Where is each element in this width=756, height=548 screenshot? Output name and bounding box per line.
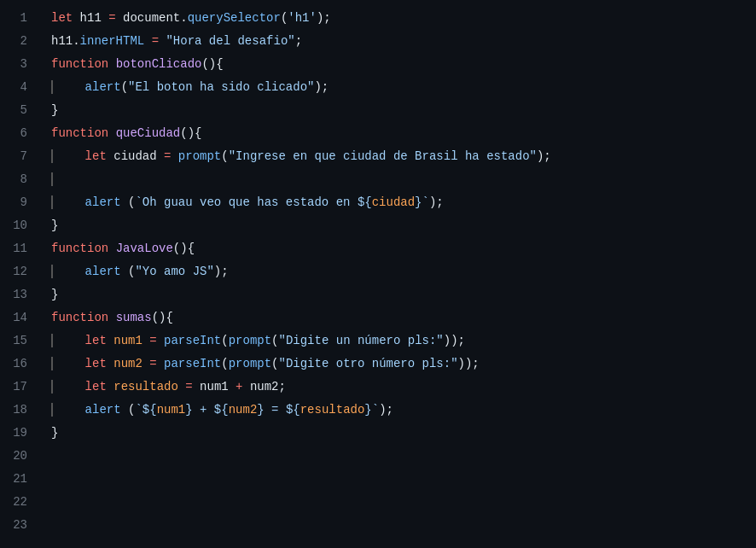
code-line-1: let h11 = document.querySelector('h1'); bbox=[51, 7, 742, 30]
line-num-6: 6 bbox=[10, 122, 27, 145]
code-line-14: function JavaLove(){ bbox=[51, 237, 742, 260]
code-line-19: ​ let num1 = parseInt(prompt("Digite un … bbox=[51, 329, 742, 353]
line-num-19: 19 bbox=[10, 422, 27, 445]
code-line-10: ​ bbox=[51, 168, 742, 191]
line-num-10: 10 bbox=[10, 214, 27, 237]
line-num-4: 4 bbox=[10, 76, 27, 99]
line-num-17: 17 bbox=[10, 376, 27, 399]
line-num-20: 20 bbox=[10, 445, 27, 468]
code-line-4: function botonClicado(){ bbox=[51, 53, 742, 76]
line-num-2: 2 bbox=[10, 30, 27, 53]
code-line-20: ​ let num2 = parseInt(prompt("Digite otr… bbox=[51, 353, 742, 376]
code-editor: 1 2 3 4 5 6 7 8 9 10 11 12 13 14 15 16 1… bbox=[0, 0, 756, 548]
code-line-5: ​ alert("El boton ha sido clicado"); bbox=[51, 76, 742, 99]
code-line-12: } bbox=[51, 214, 742, 237]
line-num-21: 21 bbox=[10, 468, 27, 491]
code-line-2: h11.innerHTML = "Hora del desafio"; bbox=[51, 30, 742, 53]
code-line-8: function queCiudad(){ bbox=[51, 122, 742, 145]
line-num-18: 18 bbox=[10, 399, 27, 422]
code-line-6: } bbox=[51, 99, 742, 122]
line-num-23: 23 bbox=[10, 514, 27, 537]
code-line-15: ​ alert ("Yo amo JS"); bbox=[51, 260, 742, 283]
line-num-14: 14 bbox=[10, 306, 27, 329]
line-numbers: 1 2 3 4 5 6 7 8 9 10 11 12 13 14 15 16 1… bbox=[0, 0, 38, 548]
code-line-11: ​ alert (`Oh guau veo que has estado en … bbox=[51, 191, 742, 214]
line-num-9: 9 bbox=[10, 191, 27, 214]
line-num-13: 13 bbox=[10, 283, 27, 306]
line-num-15: 15 bbox=[10, 329, 27, 353]
line-num-7: 7 bbox=[10, 145, 27, 168]
line-num-16: 16 bbox=[10, 353, 27, 376]
line-num-1: 1 bbox=[10, 7, 27, 30]
line-num-22: 22 bbox=[10, 491, 27, 514]
line-num-12: 12 bbox=[10, 260, 27, 283]
code-line-21: ​ let resultado = num1 + num2; bbox=[51, 376, 742, 399]
code-line-16: } bbox=[51, 283, 742, 306]
line-num-3: 3 bbox=[10, 53, 27, 76]
code-content[interactable]: let h11 = document.querySelector('h1'); … bbox=[38, 0, 756, 548]
code-line-22: ​ alert (`${num1} + ${num2} = ${resultad… bbox=[51, 399, 742, 422]
line-num-5: 5 bbox=[10, 99, 27, 122]
line-num-8: 8 bbox=[10, 168, 27, 191]
code-line-23: } bbox=[51, 422, 742, 445]
code-line-9: ​ let ciudad = prompt("Ingrese en que ci… bbox=[51, 145, 742, 168]
code-line-18: function sumas(){ bbox=[51, 306, 742, 329]
line-num-11: 11 bbox=[10, 237, 27, 260]
